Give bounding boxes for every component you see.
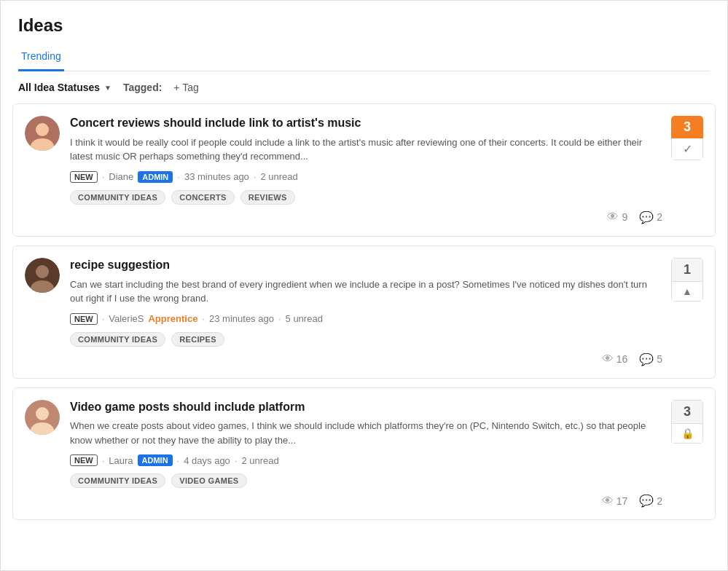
- comment-icon: 💬: [639, 494, 654, 508]
- tag[interactable]: CONCERTS: [171, 190, 234, 205]
- badge-apprentice: Apprentice: [148, 313, 197, 324]
- tagged-label: Tagged:: [123, 82, 162, 93]
- idea-content: Concert reviews should include link to a…: [70, 116, 662, 224]
- idea-body: Can we start including the best brand of…: [70, 277, 662, 306]
- post-time: 23 minutes ago: [209, 313, 274, 324]
- vote-count: 3: [671, 400, 703, 424]
- comment-count: 2: [657, 495, 662, 507]
- views-stat: 👁 17: [602, 495, 628, 508]
- badge-new: NEW: [70, 171, 98, 183]
- comment-count: 2: [657, 211, 662, 223]
- view-count: 17: [617, 495, 628, 507]
- ideas-list: Concert reviews should include link to a…: [1, 103, 727, 520]
- eye-icon: 👁: [607, 210, 619, 224]
- filters-row: All Idea Statuses ▼ Tagged: + Tag: [1, 71, 727, 103]
- idea-card: Video game posts should include platform…: [12, 387, 716, 521]
- post-time: 33 minutes ago: [184, 171, 249, 182]
- idea-meta: NEW · Laura ADMIN · 4 days ago · 2 unrea…: [70, 454, 662, 466]
- idea-content: recipe suggestion Can we start including…: [70, 258, 662, 366]
- eye-icon: 👁: [602, 495, 614, 508]
- vote-count: 3: [671, 116, 703, 138]
- idea-meta: NEW · Diane ADMIN · 33 minutes ago · 2 u…: [70, 171, 662, 183]
- vote-box: 3 🔒: [671, 400, 703, 444]
- vote-up-icon[interactable]: ▲: [671, 282, 703, 302]
- page-title: Ideas: [18, 15, 710, 36]
- idea-title[interactable]: Video game posts should include platform: [70, 400, 662, 415]
- tag[interactable]: RECIPES: [171, 332, 224, 347]
- idea-vote[interactable]: 1 ▲: [671, 258, 703, 302]
- views-stat: 👁 9: [607, 210, 627, 224]
- comments-stat: 💬 2: [639, 494, 662, 508]
- unread-count: 5 unread: [286, 313, 323, 324]
- stats-row: 👁 9 💬 2: [70, 210, 662, 224]
- vote-check-icon[interactable]: ✓: [671, 138, 703, 160]
- post-time: 4 days ago: [184, 455, 230, 466]
- chevron-down-icon: ▼: [104, 84, 111, 92]
- vote-box: 1 ▲: [671, 258, 703, 302]
- tab-trending[interactable]: Trending: [18, 44, 64, 71]
- avatar: [25, 258, 60, 293]
- vote-box: 3 ✓: [671, 116, 703, 160]
- badge-admin: ADMIN: [138, 171, 173, 183]
- stats-row: 👁 16 💬 5: [70, 353, 662, 366]
- avatar: [25, 400, 60, 435]
- add-tag-button[interactable]: + Tag: [173, 82, 198, 93]
- svg-point-7: [36, 407, 49, 420]
- comments-stat: 💬 5: [639, 353, 662, 366]
- comment-count: 5: [657, 353, 662, 365]
- view-count: 9: [622, 211, 627, 223]
- views-stat: 👁 16: [602, 353, 628, 366]
- idea-tags: COMMUNITY IDEAS VIDEO GAMES: [70, 473, 662, 488]
- idea-vote[interactable]: 3 ✓: [671, 116, 703, 160]
- status-dropdown[interactable]: All Idea Statuses ▼: [18, 82, 111, 93]
- idea-body: I think it would be really cool if peopl…: [70, 135, 662, 164]
- tag[interactable]: COMMUNITY IDEAS: [70, 332, 165, 347]
- tag[interactable]: COMMUNITY IDEAS: [70, 473, 165, 488]
- idea-meta: NEW · ValerieS Apprentice · 23 minutes a…: [70, 313, 662, 325]
- svg-point-1: [36, 123, 49, 136]
- stats-row: 👁 17 💬 2: [70, 494, 662, 508]
- idea-tags: COMMUNITY IDEAS CONCERTS REVIEWS: [70, 190, 662, 205]
- comment-icon: 💬: [639, 353, 654, 366]
- lock-icon: 🔒: [671, 424, 703, 444]
- eye-icon: 👁: [602, 353, 614, 366]
- tabs-row: Trending: [18, 44, 710, 71]
- badge-new: NEW: [70, 313, 98, 325]
- idea-card: recipe suggestion Can we start including…: [12, 245, 716, 379]
- comments-stat: 💬 2: [639, 210, 662, 224]
- tag[interactable]: VIDEO GAMES: [171, 473, 246, 488]
- svg-point-4: [36, 265, 49, 278]
- view-count: 16: [617, 353, 628, 365]
- idea-tags: COMMUNITY IDEAS RECIPES: [70, 332, 662, 347]
- idea-card: Concert reviews should include link to a…: [12, 103, 716, 237]
- author-name: Diane: [109, 171, 133, 182]
- author-name: Laura: [109, 455, 133, 466]
- unread-count: 2 unread: [260, 171, 297, 182]
- vote-count: 1: [671, 258, 703, 282]
- idea-body: When we create posts about video games, …: [70, 419, 662, 447]
- idea-vote[interactable]: 3 🔒: [671, 400, 703, 444]
- avatar: [25, 116, 60, 151]
- unread-count: 2 unread: [241, 455, 278, 466]
- idea-title[interactable]: Concert reviews should include link to a…: [70, 116, 662, 131]
- idea-title[interactable]: recipe suggestion: [70, 258, 662, 273]
- badge-admin: ADMIN: [138, 454, 173, 466]
- badge-new: NEW: [70, 454, 98, 466]
- author-name: ValerieS: [109, 313, 144, 324]
- tag[interactable]: COMMUNITY IDEAS: [70, 190, 165, 205]
- tag[interactable]: REVIEWS: [240, 190, 295, 205]
- comment-icon: 💬: [639, 210, 654, 224]
- idea-content: Video game posts should include platform…: [70, 400, 662, 508]
